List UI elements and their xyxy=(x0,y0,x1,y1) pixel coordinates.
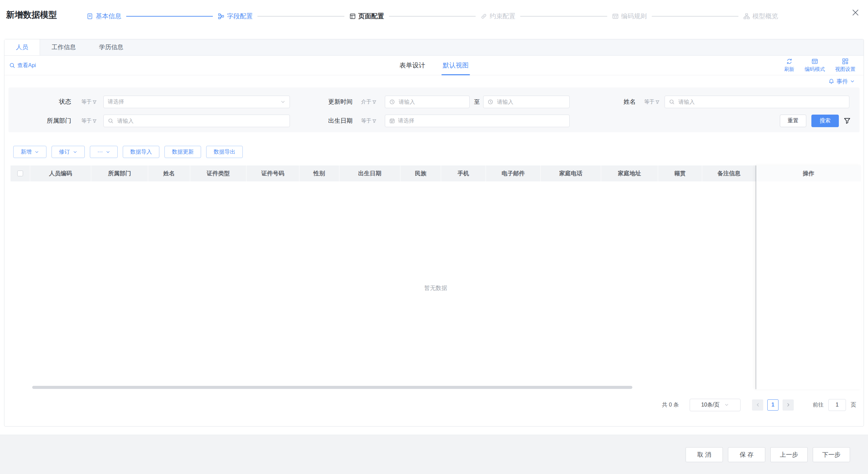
update-time-to-field[interactable] xyxy=(496,99,565,105)
goto-prefix: 前往 xyxy=(813,401,824,409)
table-header-row: 人员编码 所属部门 姓名 证件类型 证件号码 性别 出生日期 民族 手机 电子邮… xyxy=(11,165,861,181)
department-input[interactable] xyxy=(103,115,290,127)
name-field[interactable] xyxy=(678,99,845,105)
table-header-cell: 家庭电话 xyxy=(541,165,601,181)
data-import-button[interactable]: 数据导入 xyxy=(123,146,159,158)
prev-page-button[interactable] xyxy=(752,399,763,411)
step-label: 约束配置 xyxy=(490,12,515,21)
code-mode-button[interactable]: 编码模式 xyxy=(805,58,825,73)
step-connector xyxy=(520,16,607,17)
step-model-overview[interactable]: 模型概览 xyxy=(743,12,778,21)
filter-panel: 状态 等于 请选择 更新时间 介于 至 姓名 等于 xyxy=(8,87,860,132)
step-basic-info[interactable]: 基本信息 xyxy=(86,12,121,21)
birth-date-picker[interactable]: 请选择 xyxy=(385,115,570,127)
events-dropdown[interactable]: 事件 xyxy=(828,78,855,85)
page-layout-icon xyxy=(349,13,356,20)
link-icon xyxy=(480,13,487,20)
filter-operator-name[interactable]: 等于 xyxy=(644,96,659,108)
step-page-config[interactable]: 页面配置 xyxy=(349,12,384,21)
table-header-cell: 手机 xyxy=(441,165,486,181)
reset-button[interactable]: 重置 xyxy=(780,115,806,127)
step-connector xyxy=(652,16,738,17)
operator-label: 等于 xyxy=(81,118,92,124)
events-label: 事件 xyxy=(836,78,848,85)
page-title: 新增数据模型 xyxy=(6,9,57,20)
add-label: 新增 xyxy=(21,149,32,156)
table-header-cell: 人员编码 xyxy=(30,165,91,181)
more-actions-button[interactable]: ··· xyxy=(90,146,118,158)
add-button[interactable]: 新增 xyxy=(13,146,46,158)
current-page-button[interactable]: 1 xyxy=(767,399,778,411)
prev-step-button[interactable]: 上一步 xyxy=(770,447,808,462)
goto-page-input[interactable] xyxy=(828,399,846,411)
dialog-footer: 取 消 保 存 上一步 下一步 xyxy=(0,435,868,474)
tab-form-design[interactable]: 表单设计 xyxy=(399,56,425,75)
search-icon xyxy=(108,118,114,124)
refresh-button[interactable]: 刷新 xyxy=(784,58,794,73)
filter-operator-status[interactable]: 等于 xyxy=(81,96,97,108)
step-coding-rules[interactable]: 编码规则 xyxy=(612,12,647,21)
chevron-down-icon xyxy=(106,150,110,154)
cancel-button[interactable]: 取 消 xyxy=(686,447,723,462)
clock-icon xyxy=(389,99,395,105)
view-tabs: 表单设计 默认视图 xyxy=(399,56,469,75)
search-button[interactable]: 搜索 xyxy=(811,115,839,127)
revise-label: 修订 xyxy=(59,149,70,156)
calendar-icon xyxy=(389,118,395,124)
horizontal-scrollbar[interactable] xyxy=(32,386,632,389)
events-row: 事件 xyxy=(4,75,864,87)
filter-operator-birth-date[interactable]: 等于 xyxy=(361,115,376,127)
filter-label-department: 所属部门 xyxy=(34,115,71,127)
operator-label: 等于 xyxy=(81,99,92,105)
search-icon xyxy=(9,62,15,68)
view-bar: 查看Api 表单设计 默认视图 刷新 编码模式 视图设置 xyxy=(4,56,864,75)
operator-label: 等于 xyxy=(361,118,371,124)
next-page-button[interactable] xyxy=(783,399,794,411)
table-actions-row: 新增 修订 ··· 数据导入 数据更新 数据导出 xyxy=(13,146,860,158)
chevron-down-icon xyxy=(35,150,39,154)
filter-operator-department[interactable]: 等于 xyxy=(81,115,97,127)
total-count: 共 0 条 xyxy=(662,401,679,409)
chevron-down-icon xyxy=(724,402,729,407)
grid-icon xyxy=(842,58,849,65)
filter-toggle-icon[interactable] xyxy=(844,117,851,124)
update-time-to-input[interactable] xyxy=(483,96,570,108)
data-update-button[interactable]: 数据更新 xyxy=(164,146,201,158)
step-constraint-config[interactable]: 约束配置 xyxy=(480,12,515,21)
tab-default-view[interactable]: 默认视图 xyxy=(443,56,469,75)
tab-personnel[interactable]: 人员 xyxy=(4,39,40,55)
view-tools: 刷新 编码模式 视图设置 xyxy=(784,58,855,73)
save-button[interactable]: 保 存 xyxy=(728,447,765,462)
revise-button[interactable]: 修订 xyxy=(52,146,85,158)
step-connector xyxy=(126,16,213,17)
code-window-icon xyxy=(612,13,619,20)
table-header-cell: 籍贯 xyxy=(658,165,702,181)
operator-label: 等于 xyxy=(644,99,654,105)
goto-suffix: 页 xyxy=(851,401,856,409)
nodes-icon xyxy=(218,13,224,20)
department-field[interactable] xyxy=(117,118,285,124)
filter-operator-update-time[interactable]: 介于 xyxy=(361,96,376,108)
step-field-config[interactable]: 字段配置 xyxy=(218,12,253,21)
update-time-from-input[interactable] xyxy=(385,96,470,108)
next-step-button[interactable]: 下一步 xyxy=(813,447,850,462)
name-input[interactable] xyxy=(665,96,849,108)
tab-education-info[interactable]: 学历信息 xyxy=(87,39,135,55)
funnel-icon xyxy=(655,100,659,104)
table-header-cell: 证件类型 xyxy=(190,165,246,181)
table-header-cell: 出生日期 xyxy=(339,165,400,181)
data-export-button[interactable]: 数据导出 xyxy=(206,146,243,158)
step-label: 字段配置 xyxy=(227,12,253,21)
step-label: 编码规则 xyxy=(621,12,647,21)
update-time-from-field[interactable] xyxy=(398,99,465,105)
view-settings-button[interactable]: 视图设置 xyxy=(835,58,855,73)
status-select[interactable]: 请选择 xyxy=(103,96,290,108)
step-label: 页面配置 xyxy=(358,12,384,21)
tab-work-info[interactable]: 工作信息 xyxy=(40,39,87,55)
table-header-cell: 所属部门 xyxy=(91,165,148,181)
close-icon[interactable] xyxy=(850,7,861,18)
more-label: ··· xyxy=(97,149,103,155)
view-api-link[interactable]: 查看Api xyxy=(9,56,36,75)
select-all-checkbox[interactable] xyxy=(17,171,23,176)
page-size-select[interactable]: 10条/页 xyxy=(690,399,741,411)
